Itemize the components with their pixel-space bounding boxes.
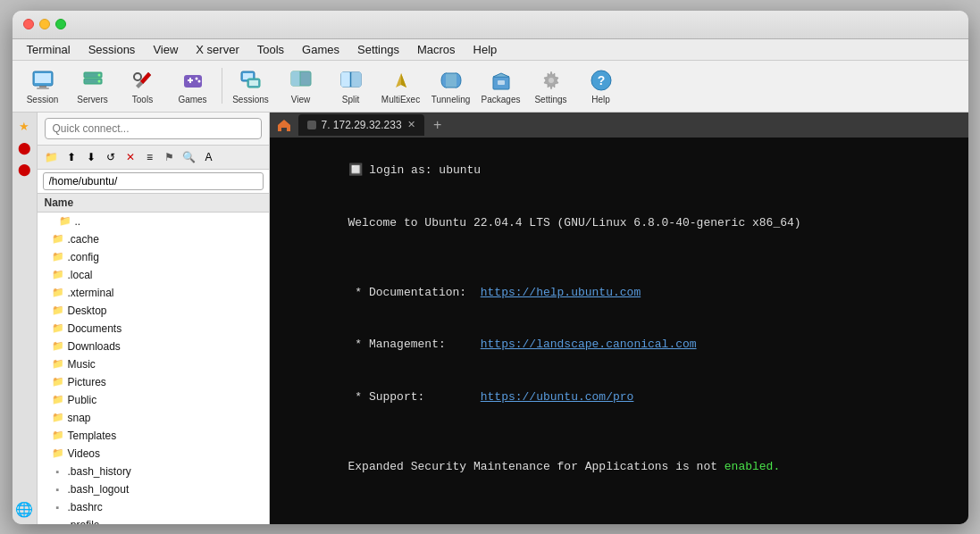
new-tab-button[interactable]: +: [428, 115, 448, 135]
file-flag-btn[interactable]: ⚑: [161, 148, 179, 166]
split-button[interactable]: Split: [328, 63, 374, 108]
menu-macros[interactable]: Macros: [410, 41, 463, 58]
path-input[interactable]: [43, 172, 264, 190]
file-name: Documents: [68, 322, 122, 335]
menu-terminal[interactable]: Terminal: [20, 41, 78, 58]
tunneling-button[interactable]: Tunneling: [428, 63, 474, 108]
left-arrow-icon[interactable]: ⬤: [15, 139, 33, 157]
list-item[interactable]: 📁 snap: [38, 409, 269, 427]
file-refresh-btn[interactable]: ↺: [102, 148, 120, 166]
folder-icon: 📁: [52, 412, 64, 424]
file-upload-btn[interactable]: ⬆: [63, 148, 80, 166]
file-icon: ▪: [52, 501, 64, 513]
tab-close-button[interactable]: ✕: [407, 119, 415, 130]
menu-tools[interactable]: Tools: [250, 41, 291, 58]
list-item[interactable]: ▪ .profile: [38, 516, 269, 524]
games-label: Games: [178, 95, 206, 104]
session-icon: [30, 68, 55, 93]
file-name: Templates: [68, 430, 117, 442]
file-name: .xterminal: [68, 287, 114, 299]
list-item[interactable]: 📁 Documents: [38, 320, 269, 338]
menu-xserver[interactable]: X server: [188, 41, 246, 58]
list-item[interactable]: 📁 Videos: [38, 445, 269, 463]
menu-help[interactable]: Help: [466, 41, 505, 58]
help-label: Help: [591, 95, 610, 104]
terminal-line: * Documentation: https://help.ubuntu.com: [279, 266, 968, 319]
file-search-btn[interactable]: 🔍: [180, 148, 198, 166]
list-item[interactable]: ▪ .bash_logout: [38, 480, 269, 498]
list-item[interactable]: 📁 Music: [38, 355, 269, 373]
svg-rect-19: [291, 71, 300, 86]
list-item[interactable]: 📁 Pictures: [38, 373, 269, 391]
sessions-icon: [239, 68, 264, 93]
list-item[interactable]: 📁 .xterminal: [38, 284, 269, 302]
maximize-button[interactable]: [55, 19, 66, 29]
tools-button[interactable]: Tools: [120, 63, 166, 108]
tab-label: 7. 172.29.32.233: [322, 119, 402, 131]
svg-rect-11: [189, 78, 191, 83]
planet-icon[interactable]: 🌐: [15, 501, 33, 519]
svg-rect-27: [446, 73, 456, 88]
terminal-output[interactable]: 🔲 login as: ubuntu Welcome to Ubuntu 22.…: [270, 138, 968, 524]
file-list-view-btn[interactable]: ≡: [141, 148, 159, 166]
sessions-button[interactable]: Sessions: [228, 63, 274, 108]
file-browser-panel: 📁 ⬆ ⬇ ↺ ✕ ≡ ⚑ 🔍 A Name: [38, 113, 270, 524]
bookmarks-icon[interactable]: ★: [15, 118, 33, 136]
file-name: ..: [75, 215, 81, 228]
svg-point-6: [97, 73, 100, 76]
packages-icon: [489, 68, 514, 93]
list-item[interactable]: 📁 Public: [38, 391, 269, 409]
quick-connect-area: [38, 113, 269, 146]
folder-icon: 📁: [52, 287, 64, 299]
list-item[interactable]: 📁 .local: [38, 266, 269, 284]
menu-games[interactable]: Games: [295, 41, 347, 58]
games-icon: [180, 68, 205, 93]
terminal-line: * Support: https://ubuntu.com/pro: [279, 371, 968, 423]
packages-button[interactable]: Packages: [478, 63, 524, 108]
list-item[interactable]: ▪ .bashrc: [38, 498, 269, 516]
close-button[interactable]: [23, 19, 34, 29]
view-button[interactable]: View: [278, 63, 324, 108]
folder-icon: 📁: [52, 322, 64, 335]
sessions-label: Sessions: [232, 95, 269, 104]
list-item[interactable]: 📁 .cache: [38, 230, 269, 248]
file-stop-btn[interactable]: ✕: [121, 148, 139, 166]
file-download-btn[interactable]: ⬇: [82, 148, 100, 166]
main-window: Terminal Sessions View X server Tools Ga…: [13, 11, 968, 524]
view-icon: [289, 68, 314, 93]
connect-icon[interactable]: ⬤: [15, 161, 33, 179]
svg-point-13: [197, 79, 200, 82]
ssh-tab[interactable]: 7. 172.29.32.233 ✕: [298, 114, 424, 136]
svg-text:?: ?: [597, 73, 605, 88]
svg-rect-31: [498, 80, 505, 85]
list-item[interactable]: 📁 ..: [38, 213, 269, 230]
file-new-folder-btn[interactable]: 📁: [43, 148, 61, 166]
settings-button[interactable]: Settings: [528, 63, 574, 108]
file-list-header: Name: [38, 194, 269, 213]
servers-button[interactable]: Servers: [70, 63, 116, 108]
list-item[interactable]: ▪ .bash_history: [38, 463, 269, 480]
menu-settings[interactable]: Settings: [350, 41, 406, 58]
help-button[interactable]: ? Help: [578, 63, 624, 108]
minimize-button[interactable]: [39, 19, 50, 29]
svg-point-8: [134, 73, 141, 80]
list-item[interactable]: 📁 .config: [38, 248, 269, 266]
games-button[interactable]: Games: [170, 63, 216, 108]
toolbar-divider-1: [222, 68, 222, 104]
home-tab-icon[interactable]: [273, 114, 295, 136]
file-more-btn[interactable]: A: [200, 148, 218, 166]
multiexec-button[interactable]: MultiExec: [378, 63, 424, 108]
terminal-line: Welcome to Ubuntu 22.04.4 LTS (GNU/Linux…: [279, 196, 968, 249]
file-icon: ▪: [52, 465, 64, 478]
menu-sessions[interactable]: Sessions: [81, 41, 143, 58]
list-item-templates[interactable]: 📁 Templates: [38, 427, 269, 445]
file-name: snap: [68, 412, 91, 424]
quick-connect-input[interactable]: [45, 118, 262, 139]
list-item-downloads[interactable]: 📁 Downloads: [38, 338, 269, 355]
list-item[interactable]: 📁 Desktop: [38, 302, 269, 320]
file-icon: ▪: [52, 519, 64, 524]
session-button[interactable]: Session: [20, 63, 66, 108]
menu-view[interactable]: View: [146, 41, 185, 58]
file-name: Public: [68, 394, 97, 406]
menu-bar: Terminal Sessions View X server Tools Ga…: [13, 39, 968, 61]
